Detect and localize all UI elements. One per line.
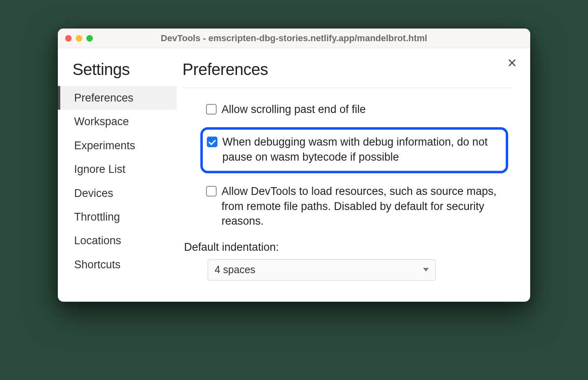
chevron-down-icon xyxy=(423,268,429,272)
traffic-lights xyxy=(65,35,93,42)
settings-sidebar: Settings Preferences Workspace Experimen… xyxy=(58,48,177,302)
sidebar-item-throttling[interactable]: Throttling xyxy=(58,205,177,229)
indentation-select[interactable]: 4 spaces xyxy=(208,259,436,281)
content-area: ✕ Settings Preferences Workspace Experim… xyxy=(58,48,530,302)
checkbox-icon[interactable] xyxy=(206,104,217,115)
sidebar-item-experiments[interactable]: Experiments xyxy=(58,134,177,157)
window-title: DevTools - emscripten-dbg-stories.netlif… xyxy=(58,33,530,44)
pref-label: Allow scrolling past end of file xyxy=(222,102,366,117)
pref-wasm-no-pause[interactable]: When debugging wasm with debug informati… xyxy=(200,127,508,173)
sidebar-item-ignore-list[interactable]: Ignore List xyxy=(58,157,177,181)
pref-allow-scrolling[interactable]: Allow scrolling past end of file xyxy=(203,99,512,119)
indentation-label: Default indentation: xyxy=(184,241,512,254)
pref-label: Allow DevTools to load resources, such a… xyxy=(222,184,509,228)
panel-title: Preferences xyxy=(182,60,512,88)
sidebar-item-devices[interactable]: Devices xyxy=(58,181,177,205)
sidebar-item-shortcuts[interactable]: Shortcuts xyxy=(58,253,177,276)
sidebar-item-locations[interactable]: Locations xyxy=(58,229,177,252)
checkbox-icon[interactable] xyxy=(206,186,217,197)
preferences-panel: Preferences Allow scrolling past end of … xyxy=(177,48,530,302)
maximize-window-button[interactable] xyxy=(86,35,93,42)
pref-allow-remote-file-paths[interactable]: Allow DevTools to load resources, such a… xyxy=(203,181,512,231)
devtools-window: DevTools - emscripten-dbg-stories.netlif… xyxy=(58,29,530,302)
checkbox-icon[interactable] xyxy=(207,137,217,147)
sidebar-title: Settings xyxy=(58,60,177,86)
indentation-value: 4 spaces xyxy=(215,264,255,276)
sidebar-item-preferences[interactable]: Preferences xyxy=(58,86,177,110)
close-window-button[interactable] xyxy=(65,35,72,42)
sidebar-item-workspace[interactable]: Workspace xyxy=(58,110,177,133)
pref-label: When debugging wasm with debug informati… xyxy=(222,135,500,164)
minimize-window-button[interactable] xyxy=(76,35,82,42)
titlebar: DevTools - emscripten-dbg-stories.netlif… xyxy=(58,29,530,48)
